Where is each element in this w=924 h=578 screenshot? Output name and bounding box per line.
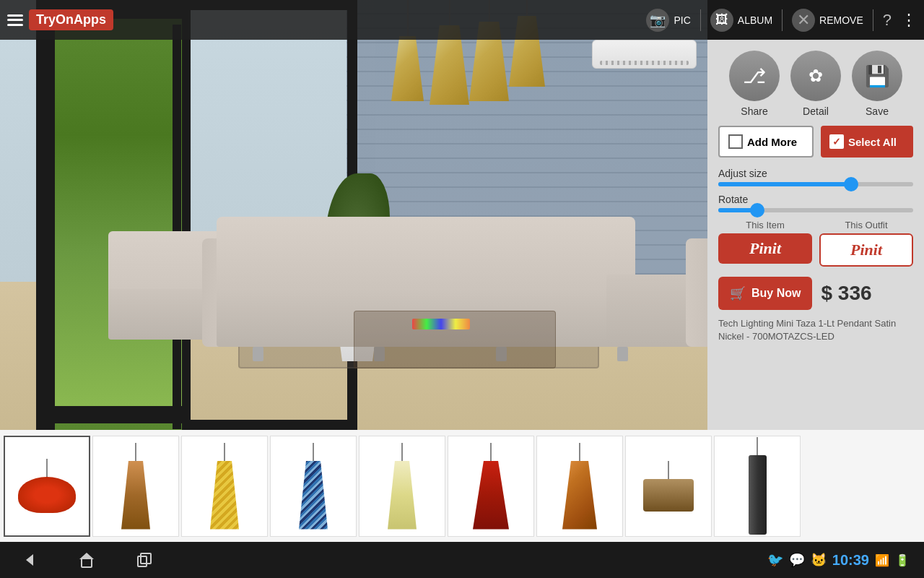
svg-marker-2 bbox=[79, 553, 94, 559]
thumb-pendant-4 bbox=[299, 443, 328, 530]
remove-button[interactable]: ✕ REMOVE bbox=[792, 9, 863, 32]
thumb-wire bbox=[668, 461, 669, 479]
thumbnail-item-3[interactable] bbox=[181, 436, 268, 537]
thumb-shade bbox=[299, 461, 328, 530]
thumb-pendant-3 bbox=[210, 443, 239, 530]
album-label: ALBUM bbox=[738, 14, 772, 26]
hamburger-line bbox=[7, 14, 23, 17]
thumb-shade bbox=[643, 479, 694, 512]
toolbar: TryOnApps 📷 PIC 🖼 ALBUM ✕ REMOVE ? ⋮ bbox=[0, 0, 924, 40]
thumbnail-item-5[interactable] bbox=[359, 436, 445, 537]
thumb-pendant-5 bbox=[388, 443, 417, 530]
thumb-wire bbox=[401, 443, 403, 461]
window-divider bbox=[173, 25, 181, 429]
thumb-pendant-2 bbox=[121, 443, 150, 530]
remove-icon: ✕ bbox=[792, 9, 815, 32]
time-display: 10:39 bbox=[832, 552, 869, 569]
selection-row: Add More ✓ Select All bbox=[718, 126, 913, 158]
recent-apps-button[interactable] bbox=[130, 549, 159, 571]
cart-icon: 🛒 bbox=[730, 285, 746, 301]
thumb-wire bbox=[46, 459, 48, 477]
thumb-pendant-1 bbox=[18, 459, 76, 513]
pic-label: PIC bbox=[674, 14, 690, 26]
thumb-shade bbox=[210, 461, 239, 530]
right-panel: ⎇ Share ✿ Detail 💾 Save Add More ✓ Selec… bbox=[707, 40, 924, 441]
detail-button[interactable]: ✿ bbox=[790, 51, 841, 101]
thumb-pendant-6 bbox=[473, 443, 509, 530]
pin-section: This Item Pinit This Outfit Pinit bbox=[718, 220, 913, 267]
thumbnail-item-6[interactable] bbox=[448, 436, 534, 537]
buy-section: 🛒 Buy Now $ 336 bbox=[718, 277, 913, 310]
save-button[interactable]: 💾 bbox=[852, 51, 902, 101]
share-icon: ⎇ bbox=[743, 64, 766, 88]
wifi-icon: 📶 bbox=[875, 553, 889, 567]
share-action: ⎇ Share bbox=[729, 51, 780, 117]
thumb-shade bbox=[18, 477, 76, 513]
pin-this-item-text: Pinit bbox=[749, 239, 781, 258]
rotate-section: Rotate bbox=[718, 194, 913, 212]
app-logo: TryOnApps bbox=[29, 9, 113, 30]
pin-this-item-button[interactable]: Pinit bbox=[718, 233, 812, 264]
svg-marker-0 bbox=[26, 554, 33, 566]
pic-button[interactable]: 📷 PIC bbox=[646, 9, 690, 32]
twitter-icon: 🐦 bbox=[767, 552, 783, 568]
rotate-track[interactable] bbox=[718, 208, 913, 212]
hamburger-menu[interactable] bbox=[7, 14, 23, 26]
hamburger-line bbox=[7, 19, 23, 21]
add-more-label: Add More bbox=[747, 136, 797, 148]
thumbnail-item-2[interactable] bbox=[92, 436, 179, 537]
adjust-size-track[interactable] bbox=[718, 182, 913, 186]
rotate-thumb[interactable] bbox=[750, 203, 764, 217]
thumb-wire bbox=[579, 443, 580, 461]
thumb-shade bbox=[562, 461, 597, 530]
thumb-pendant-7 bbox=[562, 443, 597, 530]
svg-rect-1 bbox=[82, 558, 92, 567]
remove-label: REMOVE bbox=[819, 14, 863, 26]
buy-now-button[interactable]: 🛒 Buy Now bbox=[718, 277, 812, 310]
thumb-wire bbox=[313, 443, 314, 461]
adjust-size-thumb[interactable] bbox=[844, 177, 858, 191]
thumbnail-strip bbox=[0, 430, 924, 542]
thumb-wire bbox=[135, 443, 136, 461]
thumbnail-item-9[interactable] bbox=[714, 436, 801, 537]
adjust-size-label: Adjust size bbox=[718, 168, 913, 179]
detail-action: ✿ Detail bbox=[790, 51, 841, 117]
back-button[interactable] bbox=[14, 549, 43, 571]
more-options-button[interactable]: ⋮ bbox=[901, 11, 917, 30]
thumbnail-item-1[interactable] bbox=[4, 436, 90, 537]
pin-this-outfit-text: Pinit bbox=[850, 241, 882, 259]
battery-icon: 🔋 bbox=[895, 553, 910, 567]
thumb-pendant-9 bbox=[749, 437, 767, 535]
share-button[interactable]: ⎇ bbox=[729, 51, 780, 101]
add-more-button[interactable]: Add More bbox=[718, 126, 814, 158]
android-nav: 🐦 💬 🐱 10:39 📶 🔋 bbox=[0, 542, 924, 578]
home-button[interactable] bbox=[72, 549, 101, 571]
add-more-checkbox bbox=[728, 134, 743, 149]
pin-this-outfit-button[interactable]: Pinit bbox=[819, 233, 913, 267]
thumb-shade bbox=[121, 461, 150, 530]
thumb-shade bbox=[388, 461, 417, 530]
save-icon: 💾 bbox=[865, 64, 890, 88]
album-icon: 🖼 bbox=[710, 9, 733, 32]
thumbnail-item-4[interactable] bbox=[270, 436, 357, 537]
select-all-label: Select All bbox=[848, 136, 897, 148]
thumb-wire bbox=[757, 437, 758, 455]
cat-icon: 🐱 bbox=[811, 552, 827, 568]
chat-icon: 💬 bbox=[789, 552, 805, 568]
hamburger-line bbox=[7, 24, 23, 26]
detail-icon: ✿ bbox=[808, 66, 823, 86]
help-button[interactable]: ? bbox=[883, 11, 892, 30]
coffee-table bbox=[354, 311, 556, 368]
this-item-label: This Item bbox=[746, 220, 784, 230]
price-display: $ 336 bbox=[821, 282, 871, 305]
album-button[interactable]: 🖼 ALBUM bbox=[710, 9, 772, 32]
this-outfit-col: This Outfit Pinit bbox=[819, 220, 913, 267]
action-row: ⎇ Share ✿ Detail 💾 Save bbox=[718, 51, 913, 117]
status-icons: 🐦 💬 🐱 10:39 📶 🔋 bbox=[767, 552, 910, 569]
product-description: Tech Lighting Mini Taza 1-Lt Pendant Sat… bbox=[718, 317, 913, 343]
select-all-button[interactable]: ✓ Select All bbox=[821, 126, 913, 158]
thumbnail-item-7[interactable] bbox=[536, 436, 623, 537]
adjust-size-section: Adjust size bbox=[718, 168, 913, 186]
svg-rect-3 bbox=[138, 556, 147, 566]
thumbnail-item-8[interactable] bbox=[625, 436, 712, 537]
